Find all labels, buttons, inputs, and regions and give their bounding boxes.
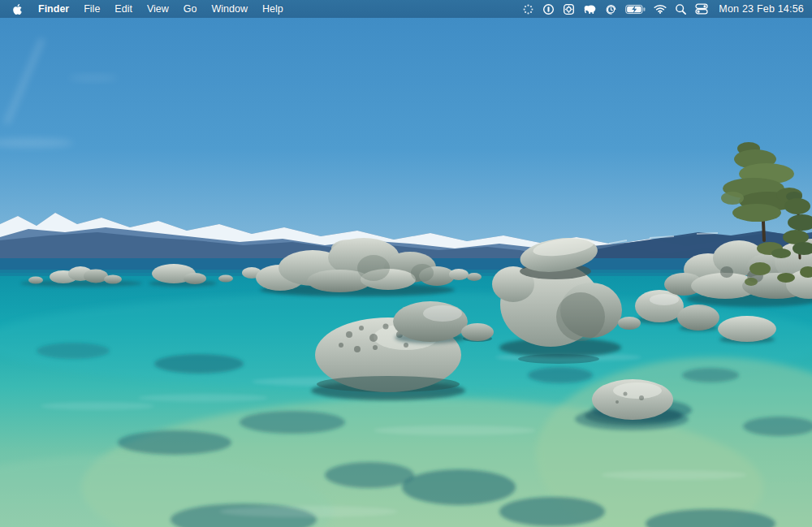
app-ring-icon[interactable]: [522, 3, 534, 15]
menu-window[interactable]: Window: [204, 3, 254, 15]
menu-view[interactable]: View: [140, 3, 176, 15]
apple-menu[interactable]: [11, 3, 31, 15]
menu-help[interactable]: Help: [255, 3, 291, 15]
menu-bar-right: Mon 23 Feb 14:56: [518, 3, 812, 15]
menu-edit[interactable]: Edit: [107, 3, 140, 15]
apple-logo-icon: [12, 3, 23, 15]
spotlight-search-icon[interactable]: [675, 3, 687, 15]
postgres-elephant-icon[interactable]: [583, 3, 597, 15]
control-center-icon[interactable]: [695, 3, 708, 15]
menu-file[interactable]: File: [76, 3, 107, 15]
battery-charging-icon[interactable]: [625, 4, 646, 15]
desktop[interactable]: [0, 0, 812, 527]
wallpaper-image: [0, 0, 812, 527]
gear-app-icon[interactable]: [563, 3, 575, 15]
password-manager-icon[interactable]: [542, 3, 555, 15]
time-machine-icon[interactable]: [605, 3, 617, 15]
menubar-clock[interactable]: Mon 23 Feb 14:56: [719, 3, 804, 15]
wifi-icon[interactable]: [654, 4, 667, 14]
menu-finder[interactable]: Finder: [31, 3, 76, 15]
macos-desktop-screen: Finder File Edit View Go Window Help: [0, 0, 812, 527]
menu-go[interactable]: Go: [176, 3, 205, 15]
menu-bar-left: Finder File Edit View Go Window Help: [0, 3, 291, 15]
menu-bar: Finder File Edit View Go Window Help: [0, 0, 812, 18]
